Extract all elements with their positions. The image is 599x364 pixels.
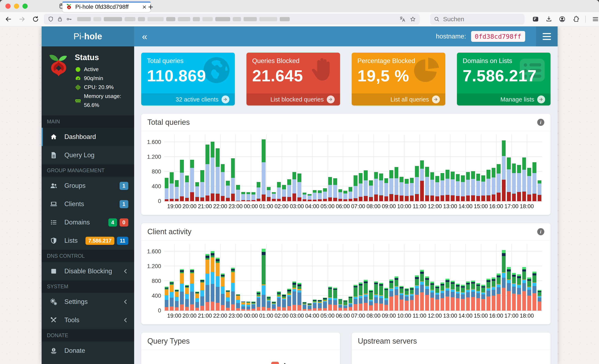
stacked-bar[interactable] <box>185 285 189 311</box>
new-tab-button[interactable]: + <box>148 2 153 12</box>
stacked-bar[interactable] <box>466 172 470 201</box>
stacked-bar[interactable] <box>200 170 204 201</box>
stacked-bar[interactable] <box>308 194 312 201</box>
stacked-bar[interactable] <box>287 179 291 201</box>
stacked-bar[interactable] <box>185 176 189 201</box>
stacked-bar[interactable] <box>231 158 235 201</box>
stacked-bar[interactable] <box>456 284 460 311</box>
stacked-bar[interactable] <box>175 290 179 311</box>
stacked-bar[interactable] <box>349 187 352 201</box>
stacked-bar[interactable] <box>486 279 490 311</box>
stacked-bar[interactable] <box>486 170 490 201</box>
stacked-bar[interactable] <box>221 164 225 201</box>
stacked-bar[interactable] <box>272 192 276 201</box>
stacked-bar[interactable] <box>359 283 363 311</box>
stacked-bar[interactable] <box>333 288 337 311</box>
card-footer-link[interactable]: List all queries <box>352 93 445 106</box>
stacked-bar[interactable] <box>481 175 485 201</box>
stacked-bar[interactable] <box>481 285 485 311</box>
extensions-puzzle-icon[interactable] <box>572 16 579 23</box>
stacked-bar[interactable] <box>425 276 429 311</box>
stacked-bar[interactable] <box>430 282 434 311</box>
stacked-bar[interactable] <box>262 139 266 201</box>
stacked-bar[interactable] <box>492 277 496 311</box>
stacked-bar[interactable] <box>538 290 542 311</box>
back-button[interactable] <box>3 14 14 25</box>
stacked-bar[interactable] <box>502 250 506 311</box>
stacked-bar[interactable] <box>338 299 342 311</box>
stacked-bar[interactable] <box>389 170 393 201</box>
stacked-bar[interactable] <box>497 164 501 201</box>
stacked-bar[interactable] <box>216 258 220 311</box>
info-icon[interactable]: i <box>537 119 544 126</box>
stacked-bar[interactable] <box>282 294 286 311</box>
browser-tab[interactable]: Pi-hole 0fd38cd798ff × <box>62 2 150 12</box>
sidebar-item-clients[interactable]: Clients1 <box>42 195 134 213</box>
stacked-bar[interactable] <box>323 188 327 201</box>
stacked-bar[interactable] <box>170 281 174 311</box>
stacked-bar[interactable] <box>440 283 444 311</box>
stacked-bar[interactable] <box>226 290 230 311</box>
stacked-bar[interactable] <box>257 182 261 201</box>
stacked-bar[interactable] <box>287 289 291 311</box>
stacked-bar[interactable] <box>522 267 526 311</box>
stacked-bar[interactable] <box>318 300 322 311</box>
info-icon[interactable]: i <box>537 228 544 235</box>
navbar-menu-toggle[interactable] <box>536 27 558 46</box>
stacked-bar[interactable] <box>512 163 516 201</box>
stacked-bar[interactable] <box>400 286 404 311</box>
stacked-bar[interactable] <box>395 167 398 201</box>
stacked-bar[interactable] <box>374 281 378 311</box>
stacked-bar[interactable] <box>241 192 245 201</box>
stacked-bar[interactable] <box>456 174 460 201</box>
stacked-bar[interactable] <box>522 158 526 201</box>
stacked-bar[interactable] <box>420 160 424 201</box>
app-menu-icon[interactable] <box>592 16 599 23</box>
window-zoom-button[interactable] <box>22 4 28 9</box>
sidebar-item-lists[interactable]: Lists7.586.21711 <box>42 231 134 250</box>
card-footer-link[interactable]: Manage lists <box>457 93 551 106</box>
sidebar-item-donate[interactable]: Donate <box>42 342 134 360</box>
stacked-bar[interactable] <box>267 296 271 311</box>
stacked-bar[interactable] <box>527 168 531 201</box>
stacked-bar[interactable] <box>165 178 169 201</box>
bookmark-star-icon[interactable] <box>410 16 416 22</box>
stacked-bar[interactable] <box>221 274 225 311</box>
stacked-bar[interactable] <box>180 160 184 201</box>
stacked-bar[interactable] <box>527 277 531 311</box>
card-footer-link[interactable]: List blocked queries <box>247 93 340 106</box>
stacked-bar[interactable] <box>353 175 358 201</box>
stacked-bar[interactable] <box>226 181 230 201</box>
stacked-bar[interactable] <box>303 302 307 311</box>
stacked-bar[interactable] <box>211 142 215 201</box>
stacked-bar[interactable] <box>247 302 250 311</box>
panel-icon[interactable] <box>532 16 539 23</box>
card-footer-link[interactable]: 32 active clients <box>141 93 235 106</box>
window-minimize-button[interactable] <box>14 4 19 9</box>
downloads-icon[interactable] <box>545 16 552 23</box>
stacked-bar[interactable] <box>400 177 404 201</box>
stacked-bar[interactable] <box>410 287 414 311</box>
stacked-bar[interactable] <box>308 303 312 311</box>
sidebar-item-domains[interactable]: Domains40 <box>42 213 134 231</box>
stacked-bar[interactable] <box>267 187 271 201</box>
stacked-bar[interactable] <box>507 267 511 311</box>
stacked-bar[interactable] <box>349 296 352 311</box>
url-bar[interactable] <box>44 14 420 25</box>
stacked-bar[interactable] <box>190 160 194 201</box>
stacked-bar[interactable] <box>517 274 521 311</box>
legend-item-a[interactable]: ✓A <box>271 362 287 364</box>
sidebar-item-tools[interactable]: Tools <box>42 311 134 329</box>
stacked-bar[interactable] <box>379 283 383 311</box>
stacked-bar[interactable] <box>180 269 184 311</box>
stacked-bar[interactable] <box>384 288 388 311</box>
stacked-bar[interactable] <box>389 280 393 311</box>
stacked-bar[interactable] <box>471 281 475 311</box>
stacked-bar[interactable] <box>435 286 439 311</box>
stacked-bar[interactable] <box>395 276 398 311</box>
stacked-bar[interactable] <box>344 191 347 201</box>
stacked-bar[interactable] <box>236 294 240 311</box>
window-close-button[interactable] <box>5 4 11 9</box>
stacked-bar[interactable] <box>262 249 266 311</box>
stacked-bar[interactable] <box>251 302 255 311</box>
